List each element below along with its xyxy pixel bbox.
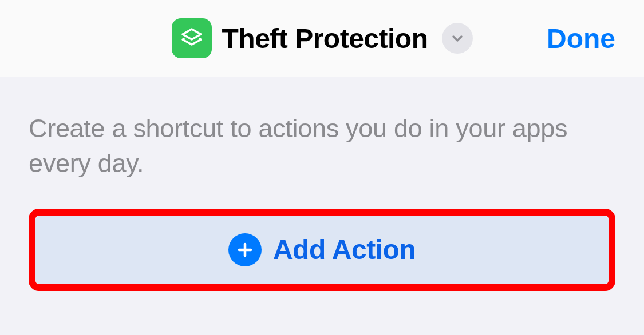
add-action-label: Add Action <box>273 234 416 265</box>
title-dropdown-button[interactable] <box>442 23 473 54</box>
add-action-button[interactable]: Add Action <box>35 216 609 284</box>
highlight-frame: Add Action <box>29 209 615 291</box>
done-button[interactable]: Done <box>547 23 615 54</box>
plus-icon <box>236 241 254 259</box>
content-area: Create a shortcut to actions you do in y… <box>0 77 644 291</box>
shortcuts-app-icon <box>172 18 212 58</box>
shortcut-title[interactable]: Theft Protection <box>222 23 428 54</box>
layers-icon <box>179 26 204 51</box>
chevron-down-icon <box>451 31 464 45</box>
description-text: Create a shortcut to actions you do in y… <box>29 111 615 181</box>
title-group[interactable]: Theft Protection <box>172 18 473 58</box>
header-bar: Theft Protection Done <box>0 0 644 77</box>
plus-circle-icon <box>228 233 262 266</box>
